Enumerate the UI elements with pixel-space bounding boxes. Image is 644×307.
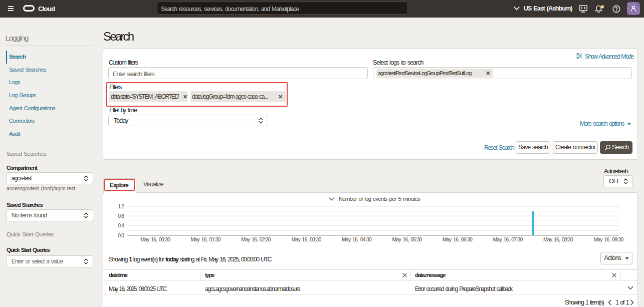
svg-text:May 16, 04:30: May 16, 04:30 (342, 236, 372, 242)
svg-text:May 16, 08:30: May 16, 08:30 (543, 236, 573, 242)
svg-text:May 16, 06:30: May 16, 06:30 (443, 236, 473, 242)
svg-text:1.2: 1.2 (118, 204, 124, 209)
svg-text:May 16, 05:30: May 16, 05:30 (392, 236, 422, 242)
svg-text:May 16, 09:30: May 16, 09:30 (593, 236, 623, 242)
svg-text:0.0: 0.0 (118, 233, 124, 238)
svg-text:May 16, 01:30: May 16, 01:30 (190, 236, 221, 242)
svg-text:May 16, 03:30: May 16, 03:30 (291, 236, 321, 242)
svg-text:May 16, 02:30: May 16, 02:30 (241, 236, 271, 242)
svg-text:May 16, 07:30: May 16, 07:30 (493, 236, 523, 242)
svg-text:0.8: 0.8 (118, 213, 124, 219)
svg-text:0.4: 0.4 (118, 223, 124, 228)
svg-text:May 16, 00:30: May 16, 00:30 (140, 236, 170, 242)
